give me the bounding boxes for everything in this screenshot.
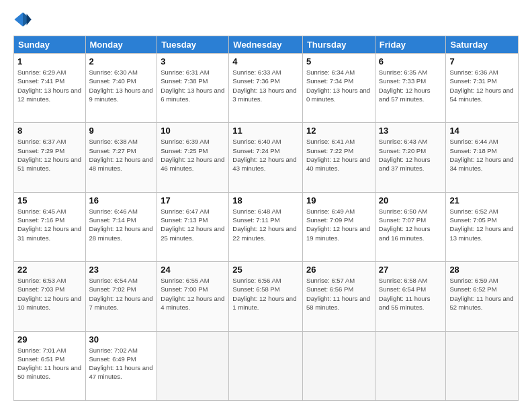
weekday-header-cell: Thursday <box>302 36 375 54</box>
calendar-day-cell: 4 Sunrise: 6:33 AM Sunset: 7:36 PM Dayli… <box>229 54 303 123</box>
calendar-day-cell: 26 Sunrise: 6:57 AM Sunset: 6:56 PM Dayl… <box>302 262 375 331</box>
day-info: Sunrise: 6:44 AM Sunset: 7:18 PM Dayligh… <box>449 137 515 173</box>
calendar-day-cell <box>302 331 375 400</box>
day-number: 12 <box>306 126 371 136</box>
weekday-header-cell: Wednesday <box>229 36 303 54</box>
svg-marker-2 <box>27 14 32 26</box>
day-info: Sunrise: 6:58 AM Sunset: 6:54 PM Dayligh… <box>379 276 443 312</box>
day-info: Sunrise: 7:01 AM Sunset: 6:51 PM Dayligh… <box>17 346 82 381</box>
day-number: 21 <box>449 195 515 205</box>
calendar-day-cell: 17 Sunrise: 6:47 AM Sunset: 7:13 PM Dayl… <box>157 192 229 261</box>
day-info: Sunrise: 6:29 AM Sunset: 7:41 PM Dayligh… <box>17 68 82 103</box>
calendar-day-cell: 9 Sunrise: 6:38 AM Sunset: 7:27 PM Dayli… <box>85 123 157 192</box>
weekday-header-cell: Monday <box>85 36 157 54</box>
day-number: 7 <box>449 56 515 66</box>
weekday-header-row: SundayMondayTuesdayWednesdayThursdayFrid… <box>14 36 519 54</box>
day-number: 24 <box>161 265 225 275</box>
day-info: Sunrise: 6:47 AM Sunset: 7:13 PM Dayligh… <box>161 207 225 242</box>
day-info: Sunrise: 6:57 AM Sunset: 6:56 PM Dayligh… <box>306 276 371 312</box>
day-info: Sunrise: 6:37 AM Sunset: 7:29 PM Dayligh… <box>17 137 82 173</box>
calendar-day-cell: 25 Sunrise: 6:56 AM Sunset: 6:58 PM Dayl… <box>229 262 303 331</box>
calendar-day-cell: 14 Sunrise: 6:44 AM Sunset: 7:18 PM Dayl… <box>446 123 519 192</box>
calendar-day-cell: 18 Sunrise: 6:48 AM Sunset: 7:11 PM Dayl… <box>229 192 303 261</box>
calendar-day-cell: 22 Sunrise: 6:53 AM Sunset: 7:03 PM Dayl… <box>14 262 86 331</box>
day-info: Sunrise: 6:33 AM Sunset: 7:36 PM Dayligh… <box>232 68 299 103</box>
day-number: 27 <box>379 265 443 275</box>
calendar-body: 1 Sunrise: 6:29 AM Sunset: 7:41 PM Dayli… <box>14 54 519 401</box>
calendar-day-cell: 13 Sunrise: 6:43 AM Sunset: 7:20 PM Dayl… <box>375 123 446 192</box>
calendar-day-cell <box>375 331 446 400</box>
day-number: 26 <box>306 265 371 275</box>
header <box>13 10 519 29</box>
day-info: Sunrise: 6:52 AM Sunset: 7:05 PM Dayligh… <box>449 207 515 242</box>
calendar-day-cell: 20 Sunrise: 6:50 AM Sunset: 7:07 PM Dayl… <box>375 192 446 261</box>
calendar-day-cell: 27 Sunrise: 6:58 AM Sunset: 6:54 PM Dayl… <box>375 262 446 331</box>
day-info: Sunrise: 7:02 AM Sunset: 6:49 PM Dayligh… <box>89 346 154 381</box>
weekday-header-cell: Saturday <box>446 36 519 54</box>
day-number: 1 <box>17 56 82 66</box>
calendar-day-cell: 8 Sunrise: 6:37 AM Sunset: 7:29 PM Dayli… <box>14 123 86 192</box>
calendar-day-cell: 21 Sunrise: 6:52 AM Sunset: 7:05 PM Dayl… <box>446 192 519 261</box>
calendar-week-row: 22 Sunrise: 6:53 AM Sunset: 7:03 PM Dayl… <box>14 262 519 331</box>
day-number: 29 <box>17 334 82 345</box>
calendar-day-cell: 15 Sunrise: 6:45 AM Sunset: 7:16 PM Dayl… <box>14 192 86 261</box>
calendar-day-cell: 19 Sunrise: 6:49 AM Sunset: 7:09 PM Dayl… <box>302 192 375 261</box>
day-number: 28 <box>449 265 515 275</box>
calendar-day-cell: 24 Sunrise: 6:55 AM Sunset: 7:00 PM Dayl… <box>157 262 229 331</box>
day-info: Sunrise: 6:35 AM Sunset: 7:33 PM Dayligh… <box>379 68 443 103</box>
calendar-day-cell: 28 Sunrise: 6:59 AM Sunset: 6:52 PM Dayl… <box>446 262 519 331</box>
day-info: Sunrise: 6:59 AM Sunset: 6:52 PM Dayligh… <box>449 276 515 312</box>
day-number: 18 <box>232 195 299 205</box>
day-info: Sunrise: 6:54 AM Sunset: 7:02 PM Dayligh… <box>89 276 154 312</box>
calendar-day-cell: 23 Sunrise: 6:54 AM Sunset: 7:02 PM Dayl… <box>85 262 157 331</box>
day-number: 10 <box>161 126 225 136</box>
calendar-week-row: 29 Sunrise: 7:01 AM Sunset: 6:51 PM Dayl… <box>14 331 519 400</box>
weekday-header-cell: Friday <box>375 36 446 54</box>
day-info: Sunrise: 6:43 AM Sunset: 7:20 PM Dayligh… <box>379 137 443 173</box>
calendar-day-cell: 6 Sunrise: 6:35 AM Sunset: 7:33 PM Dayli… <box>375 54 446 123</box>
calendar-day-cell: 29 Sunrise: 7:01 AM Sunset: 6:51 PM Dayl… <box>14 331 86 400</box>
day-number: 23 <box>89 265 154 275</box>
calendar-day-cell: 11 Sunrise: 6:40 AM Sunset: 7:24 PM Dayl… <box>229 123 303 192</box>
day-number: 13 <box>379 126 443 136</box>
day-info: Sunrise: 6:34 AM Sunset: 7:34 PM Dayligh… <box>306 68 371 103</box>
calendar-day-cell <box>446 331 519 400</box>
day-number: 25 <box>232 265 299 275</box>
calendar-week-row: 8 Sunrise: 6:37 AM Sunset: 7:29 PM Dayli… <box>14 123 519 192</box>
day-number: 3 <box>161 56 225 66</box>
day-info: Sunrise: 6:46 AM Sunset: 7:14 PM Dayligh… <box>89 207 154 242</box>
calendar-day-cell: 1 Sunrise: 6:29 AM Sunset: 7:41 PM Dayli… <box>14 54 86 123</box>
calendar-week-row: 15 Sunrise: 6:45 AM Sunset: 7:16 PM Dayl… <box>14 192 519 261</box>
calendar-week-row: 1 Sunrise: 6:29 AM Sunset: 7:41 PM Dayli… <box>14 54 519 123</box>
day-number: 11 <box>232 126 299 136</box>
day-number: 14 <box>449 126 515 136</box>
day-info: Sunrise: 6:56 AM Sunset: 6:58 PM Dayligh… <box>232 276 299 312</box>
calendar-day-cell <box>229 331 303 400</box>
calendar-day-cell <box>157 331 229 400</box>
page: SundayMondayTuesdayWednesdayThursdayFrid… <box>0 0 532 411</box>
day-info: Sunrise: 6:49 AM Sunset: 7:09 PM Dayligh… <box>306 207 371 242</box>
day-number: 16 <box>89 195 154 205</box>
day-info: Sunrise: 6:38 AM Sunset: 7:27 PM Dayligh… <box>89 137 154 173</box>
day-number: 20 <box>379 195 443 205</box>
day-number: 8 <box>17 126 82 136</box>
day-number: 5 <box>306 56 371 66</box>
day-number: 9 <box>89 126 154 136</box>
calendar-day-cell: 30 Sunrise: 7:02 AM Sunset: 6:49 PM Dayl… <box>85 331 157 400</box>
weekday-header-cell: Tuesday <box>157 36 229 54</box>
day-info: Sunrise: 6:41 AM Sunset: 7:22 PM Dayligh… <box>306 137 371 173</box>
day-info: Sunrise: 6:45 AM Sunset: 7:16 PM Dayligh… <box>17 207 82 242</box>
day-number: 2 <box>89 56 154 66</box>
day-info: Sunrise: 6:50 AM Sunset: 7:07 PM Dayligh… <box>379 207 443 242</box>
logo <box>13 10 35 29</box>
calendar-day-cell: 3 Sunrise: 6:31 AM Sunset: 7:38 PM Dayli… <box>157 54 229 123</box>
day-number: 30 <box>89 334 154 345</box>
calendar-day-cell: 10 Sunrise: 6:39 AM Sunset: 7:25 PM Dayl… <box>157 123 229 192</box>
day-info: Sunrise: 6:31 AM Sunset: 7:38 PM Dayligh… <box>161 68 225 103</box>
day-number: 4 <box>232 56 299 66</box>
day-number: 19 <box>306 195 371 205</box>
calendar-table: SundayMondayTuesdayWednesdayThursdayFrid… <box>13 36 519 401</box>
calendar-day-cell: 2 Sunrise: 6:30 AM Sunset: 7:40 PM Dayli… <box>85 54 157 123</box>
weekday-header-cell: Sunday <box>14 36 86 54</box>
day-number: 22 <box>17 265 82 275</box>
